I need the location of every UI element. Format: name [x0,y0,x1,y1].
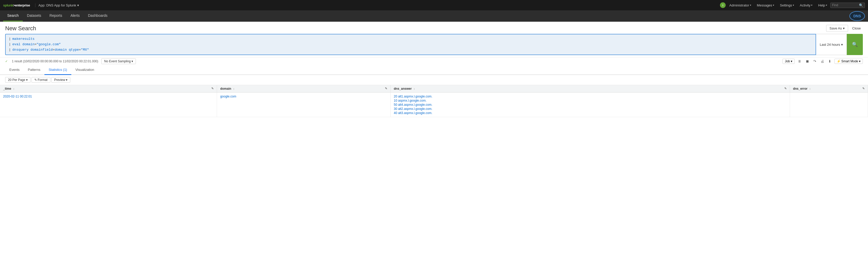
cell-domain[interactable]: google.com [217,92,391,117]
dns-answer-line: 20 alt1.aspmx.l.google.com. [394,95,786,98]
smart-mode-caret-icon: ▾ [859,59,861,63]
smart-mode-icon: ⚡ [837,59,841,63]
event-sampling-button[interactable]: No Event Sampling ▾ [101,58,136,64]
admin-icon: i [720,2,726,8]
per-page-caret-icon: ▾ [26,78,28,82]
table-header-row: _time ↕ ✎ domain ↕ ✎ dns_answer ↕ ✎ dns_… [0,85,868,92]
cell-dns-answer: 20 alt1.aspmx.l.google.com.10 aspmx.l.go… [391,92,790,117]
run-search-icon: 🔍 [852,41,858,47]
top-navigation: splunk>enterprise App: DNS App for Splun… [0,0,868,10]
app-caret-icon: ▾ [77,3,79,7]
cell-dns-error [790,92,868,117]
table-row: 2020-02-11 00:22:01google.com20 alt1.asp… [0,92,868,117]
table-body: 2020-02-11 00:22:01google.com20 alt1.asp… [0,92,868,117]
splunk-logo: splunk>enterprise [3,3,30,7]
app-name[interactable]: App: DNS App for Splunk ▾ [35,3,79,7]
search-icon: 🔍 [859,3,863,7]
column-header-domain: domain ↕ ✎ [217,85,391,92]
admin-caret-icon: ▾ [750,4,751,6]
dns-answer-edit-icon[interactable]: ✎ [784,87,786,90]
preview-caret-icon: ▾ [66,78,67,82]
format-button[interactable]: ✎ Format [32,77,51,83]
dns-logo: DNS [849,11,865,21]
brand-logo: splunk>enterprise [3,3,30,7]
tab-alerts[interactable]: Alerts [66,10,84,22]
dns-error-edit-icon[interactable]: ✎ [862,87,865,90]
search-input[interactable]: | makeresults | eval domain = "google.co… [5,34,816,55]
tab-events[interactable]: Events [5,65,24,75]
dns-answer-line: 40 alt3.aspmx.l.google.com. [394,111,786,115]
find-input[interactable] [832,3,858,7]
result-count: 1 result (10/02/2020 00:00:00.000 to 11/… [12,59,98,63]
result-info-right: Job ▾ ⏸ ⏹ ↷ 🖨 ⬇ ⚡ Smart Mode ▾ [782,59,863,64]
result-info-bar: ✓ 1 result (10/02/2020 00:00:00.000 to 1… [0,57,868,65]
search-line-2: | eval domain = "google.com" [9,42,812,47]
tab-datasets[interactable]: Datasets [23,10,45,22]
format-icon: ✎ [34,78,37,82]
table-controls: 20 Per Page ▾ ✎ Format Preview ▾ [0,75,868,85]
dns-answer-line: 50 alt4.aspmx.l.google.com. [394,103,786,107]
tab-patterns[interactable]: Patterns [24,65,44,75]
help-caret-icon: ▾ [826,4,827,6]
dns-answer-sort-icon[interactable]: ↕ [413,87,415,90]
search-bar-section: | makeresults | eval domain = "google.co… [0,34,868,57]
page-actions: Save As ▾ Close [826,25,863,32]
settings-menu[interactable]: Settings ▾ [777,2,797,8]
print-button[interactable]: 🖨 [819,59,825,64]
domain-edit-icon[interactable]: ✎ [385,87,387,90]
dns-logo-area: DNS [849,10,865,22]
column-header-dns-error: dns_error ↕ ✎ [790,85,868,92]
per-page-button[interactable]: 20 Per Page ▾ [5,77,30,83]
share-button[interactable]: ↷ [812,59,817,64]
activity-caret-icon: ▾ [811,4,812,6]
search-line-1: | makeresults [9,36,812,42]
run-search-button[interactable]: 🔍 [847,34,863,55]
export-button[interactable]: ⬇ [827,59,832,64]
sampling-caret-icon: ▾ [131,59,133,63]
second-navigation: Search Datasets Reports Alerts Dashboard… [0,10,868,22]
time-edit-icon[interactable]: ✎ [211,87,214,90]
page-header: New Search Save As ▾ Close [0,22,868,34]
stop-button[interactable]: ⏹ [804,59,810,64]
save-as-button[interactable]: Save As ▾ [826,25,848,32]
job-button[interactable]: Job ▾ [782,59,795,64]
dns-answer-line: 10 aspmx.l.google.com. [394,99,786,103]
tab-visualization[interactable]: Visualization [71,65,98,75]
time-range-button[interactable]: Last 24 hours ▾ [816,34,847,55]
column-header-time: _time ↕ ✎ [0,85,217,92]
close-button[interactable]: Close [850,25,863,32]
administrator-menu[interactable]: Administrator ▾ [727,2,754,8]
tab-statistics[interactable]: Statistics (1) [44,65,71,75]
messages-menu[interactable]: Messages ▾ [754,2,777,8]
cell-time[interactable]: 2020-02-11 00:22:01 [0,92,217,117]
activity-menu[interactable]: Activity ▾ [797,2,815,8]
help-menu[interactable]: Help ▾ [815,2,830,8]
domain-sort-icon[interactable]: ↕ [233,87,234,90]
find-box[interactable]: 🔍 [830,3,865,8]
smart-mode-button[interactable]: ⚡ Smart Mode ▾ [834,59,863,64]
pause-button[interactable]: ⏸ [797,59,802,64]
tab-search[interactable]: Search [3,10,23,22]
result-info-left: ✓ 1 result (10/02/2020 00:00:00.000 to 1… [5,58,136,64]
tab-dashboards[interactable]: Dashboards [84,10,112,22]
search-line-3: | dnsquery domainfield = domain qtype = … [9,47,812,53]
job-caret-icon: ▾ [791,59,792,63]
top-nav-right: i Administrator ▾ Messages ▾ Settings ▾ … [720,2,865,8]
save-as-caret-icon: ▾ [843,26,845,30]
nav-tabs: Search Datasets Reports Alerts Dashboard… [3,10,849,22]
main-content: New Search Save As ▾ Close | makeresults… [0,22,868,257]
preview-button[interactable]: Preview ▾ [52,77,70,83]
result-tabs: Events Patterns Statistics (1) Visualiza… [0,65,868,75]
column-header-dns-answer: dns_answer ↕ ✎ [391,85,790,92]
dns-answer-line: 30 alt2.aspmx.l.google.com. [394,107,786,111]
tab-reports[interactable]: Reports [45,10,66,22]
settings-caret-icon: ▾ [793,4,794,6]
page-title: New Search [5,25,36,32]
time-sort-icon[interactable]: ↕ [13,87,14,90]
messages-caret-icon: ▾ [773,4,774,6]
results-table: _time ↕ ✎ domain ↕ ✎ dns_answer ↕ ✎ dns_… [0,85,868,117]
time-range-caret-icon: ▾ [841,42,843,47]
dns-error-sort-icon[interactable]: ↕ [809,87,811,90]
check-mark-icon: ✓ [5,59,8,63]
